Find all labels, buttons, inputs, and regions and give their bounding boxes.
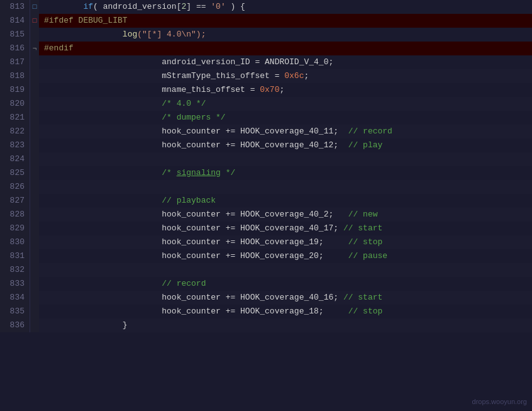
line-number: 816 [0, 42, 30, 55]
code-line-832: 832 [0, 263, 532, 277]
line-number: 828 [0, 208, 30, 222]
line-content: android_version_ID = ANDROID_V_4_0; [39, 55, 532, 69]
line-marker [30, 208, 39, 222]
line-marker [30, 180, 39, 194]
line-content: mname_this_offset = 0x70; [39, 83, 532, 97]
code-line-828: 828 hook_counter += HOOK_coverage_40_2; … [0, 208, 532, 222]
line-marker [30, 111, 39, 125]
line-marker: □ [30, 0, 39, 14]
line-marker [30, 305, 39, 318]
code-line-819: 819 mname_this_offset = 0x70; [0, 83, 532, 97]
line-marker [30, 235, 39, 249]
line-marker [30, 222, 39, 235]
line-marker [30, 138, 39, 152]
code-line-836: 836 } [0, 318, 532, 332]
line-marker [30, 69, 39, 83]
code-line-818: 818 mStramType_this_offset = 0x6c; [0, 69, 532, 83]
line-content: if( android_version[2] == '0' ) { [39, 0, 532, 14]
line-number: 829 [0, 222, 30, 235]
code-line-835: 835 hook_counter += HOOK_coverage_18; //… [0, 305, 532, 318]
line-number: 820 [0, 97, 30, 111]
line-content: mStramType_this_offset = 0x6c; [39, 69, 532, 83]
line-marker [30, 277, 39, 291]
code-line-817: 817 android_version_ID = ANDROID_V_4_0; [0, 55, 532, 69]
code-line-816: 816¬#endif [0, 42, 532, 55]
line-content: /* signaling */ [39, 166, 532, 180]
code-line-826: 826 [0, 180, 532, 194]
line-marker [30, 166, 39, 180]
line-marker [30, 249, 39, 263]
line-marker [30, 97, 39, 111]
line-number: 830 [0, 235, 30, 249]
line-number: 819 [0, 83, 30, 97]
line-number: 824 [0, 152, 30, 166]
line-number: 815 [0, 28, 30, 42]
line-content: #ifdef DEBUG_LIBT [39, 14, 532, 28]
line-number: 813 [0, 0, 30, 14]
line-content [39, 263, 532, 277]
code-line-815: 815 log("[*] 4.0\n"); [0, 28, 532, 42]
line-number: 833 [0, 277, 30, 291]
line-marker [30, 318, 39, 332]
line-content: hook_counter += HOOK_coverage_40_12; // … [39, 138, 532, 152]
line-number: 818 [0, 69, 30, 83]
line-content: hook_counter += HOOK_coverage_40_2; // n… [39, 208, 532, 222]
line-content [39, 152, 532, 166]
line-marker: ¬ [30, 42, 39, 55]
line-content: /* 4.0 */ [39, 97, 532, 111]
line-marker: □ [30, 14, 39, 28]
line-content: hook_counter += HOOK_coverage_40_17; // … [39, 222, 532, 235]
line-content [39, 180, 532, 194]
code-line-822: 822 hook_counter += HOOK_coverage_40_11;… [0, 125, 532, 138]
line-content: // playback [39, 194, 532, 208]
line-content: hook_counter += HOOK_coverage_20; // pau… [39, 249, 532, 263]
line-number: 826 [0, 180, 30, 194]
line-number: 814 [0, 14, 30, 28]
line-marker [30, 83, 39, 97]
line-marker [30, 291, 39, 305]
line-content: hook_counter += HOOK_coverage_18; // sto… [39, 305, 532, 318]
line-content: /* dumpers */ [39, 111, 532, 125]
code-line-821: 821 /* dumpers */ [0, 111, 532, 125]
line-marker [30, 152, 39, 166]
line-content: log("[*] 4.0\n"); [39, 28, 532, 42]
line-number: 834 [0, 291, 30, 305]
code-lines: 813□ if( android_version[2] == '0' ) {81… [0, 0, 532, 332]
line-number: 832 [0, 263, 30, 277]
line-content: } [39, 318, 532, 332]
line-number: 831 [0, 249, 30, 263]
code-line-823: 823 hook_counter += HOOK_coverage_40_12;… [0, 138, 532, 152]
code-line-824: 824 [0, 152, 532, 166]
code-line-831: 831 hook_counter += HOOK_coverage_20; //… [0, 249, 532, 263]
line-content: #endif [39, 42, 532, 55]
line-number: 835 [0, 305, 30, 318]
line-marker [30, 125, 39, 138]
code-line-834: 834 hook_counter += HOOK_coverage_40_16;… [0, 291, 532, 305]
code-line-829: 829 hook_counter += HOOK_coverage_40_17;… [0, 222, 532, 235]
line-number: 817 [0, 55, 30, 69]
line-number: 822 [0, 125, 30, 138]
line-content: hook_counter += HOOK_coverage_19; // sto… [39, 235, 532, 249]
line-number: 827 [0, 194, 30, 208]
line-number: 821 [0, 111, 30, 125]
line-marker [30, 263, 39, 277]
code-line-820: 820 /* 4.0 */ [0, 97, 532, 111]
line-content: hook_counter += HOOK_coverage_40_16; // … [39, 291, 532, 305]
line-marker [30, 55, 39, 69]
code-line-825: 825 /* signaling */ [0, 166, 532, 180]
code-line-814: 814□#ifdef DEBUG_LIBT [0, 14, 532, 28]
code-line-830: 830 hook_counter += HOOK_coverage_19; //… [0, 235, 532, 249]
code-line-813: 813□ if( android_version[2] == '0' ) { [0, 0, 532, 14]
line-number: 823 [0, 138, 30, 152]
code-line-833: 833 // record [0, 277, 532, 291]
line-content: // record [39, 277, 532, 291]
line-marker [30, 28, 39, 42]
line-content: hook_counter += HOOK_coverage_40_11; // … [39, 125, 532, 138]
line-number: 825 [0, 166, 30, 180]
line-number: 836 [0, 318, 30, 332]
code-editor: 813□ if( android_version[2] == '0' ) {81… [0, 0, 532, 411]
line-marker [30, 194, 39, 208]
code-line-827: 827 // playback [0, 194, 532, 208]
watermark: drops.wooyun.org [472, 395, 527, 408]
